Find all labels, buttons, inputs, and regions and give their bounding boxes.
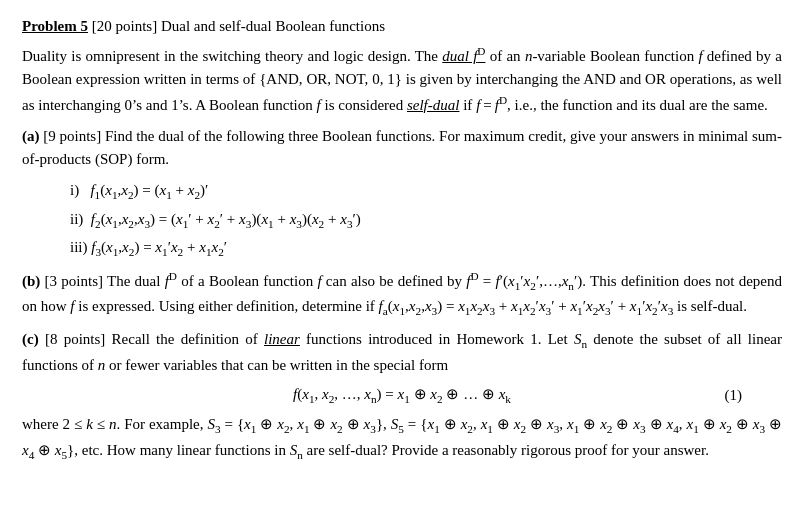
part-a-label: (a) (22, 128, 40, 144)
formula-expr: f(x1, x2, …, xn) = x1 ⊕ x2 ⊕ … ⊕ xk (293, 385, 511, 405)
linear-term: linear (264, 331, 300, 347)
part-c-text: (c) [8 points] Recall the definition of … (22, 328, 782, 377)
list-item-i: i) f1(x1,x2) = (x1 + x2)′ (70, 179, 782, 204)
intro-paragraph: Duality is omnipresent in the switching … (22, 43, 782, 117)
part-c-continuation: where 2 ≤ k ≤ n. For example, S3 = {x1 ⊕… (22, 413, 782, 464)
part-a-text: (a) [9 points] Find the dual of the foll… (22, 125, 782, 172)
self-dual-term: self-dual (407, 97, 460, 113)
part-a-list: i) f1(x1,x2) = (x1 + x2)′ ii) f2(x1,x2,x… (70, 179, 782, 261)
problem-label: Problem 5 (22, 18, 88, 34)
formula-number: (1) (725, 387, 743, 404)
part-c-label: (c) (22, 331, 39, 347)
part-b-text: (b) [3 points] The dual fD of a Boolean … (22, 268, 782, 321)
part-b-label: (b) (22, 273, 40, 289)
problem-container: Problem 5 [20 points] Dual and self-dual… (22, 18, 782, 464)
list-item-iii: iii) f3(x1,x2) = x1′x2 + x1x2′ (70, 236, 782, 261)
problem-points: [20 points] (92, 18, 161, 34)
problem-title: Problem 5 [20 points] Dual and self-dual… (22, 18, 782, 35)
formula-block: f(x1, x2, …, xn) = x1 ⊕ x2 ⊕ … ⊕ xk (1) (22, 385, 782, 405)
dual-term: dual fD (442, 48, 485, 64)
list-item-ii: ii) f2(x1,x2,x3) = (x1′ + x2′ + x3)(x1 +… (70, 208, 782, 233)
problem-desc: Dual and self-dual Boolean functions (161, 18, 385, 34)
